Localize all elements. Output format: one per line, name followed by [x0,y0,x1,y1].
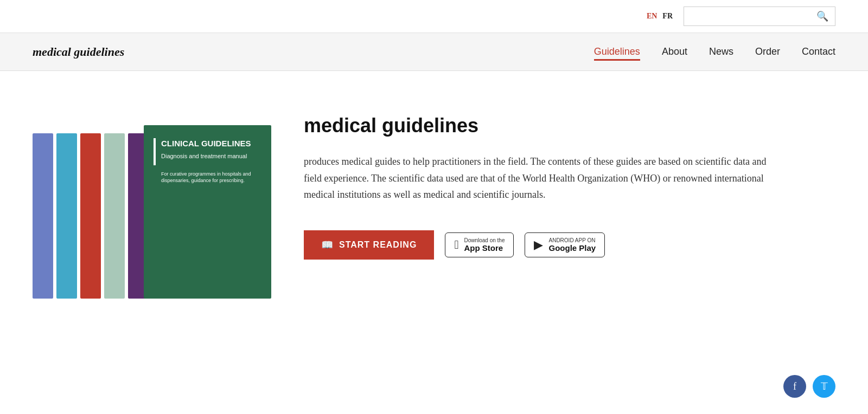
book-spine-3 [80,133,101,299]
apple-icon:  [454,238,458,252]
book-icon: 📖 [321,239,334,251]
book-cover-title: CLINICAL GUIDELINES [161,138,261,149]
nav-link-order[interactable]: Order [755,46,780,59]
appstore-small-label: Download on the [464,237,505,243]
start-reading-label: START READING [339,240,417,250]
main-description: produces medical guides to help practiti… [304,153,781,203]
search-input[interactable] [691,12,816,21]
book-spine-1 [33,133,53,299]
book-cover-bar [154,138,156,165]
googleplay-text: ANDROID APP ON Google Play [548,237,596,253]
nav-link-about[interactable]: About [662,46,687,59]
nav-item-contact[interactable]: Contact [802,46,835,57]
nav-item-about[interactable]: About [662,46,687,57]
cta-row: 📖 START READING  Download on the App St… [304,230,781,260]
site-logo: medical guidelines [33,45,594,59]
navigation-bar: medical guidelines Guidelines About News… [0,33,868,71]
google-play-icon: ▶ [534,238,543,252]
nav-link-guidelines[interactable]: Guidelines [594,46,640,61]
lang-en-button[interactable]: EN [647,12,657,21]
appstore-large-label: App Store [464,243,505,253]
nav-link-contact[interactable]: Contact [802,46,835,59]
book-cover: CLINICAL GUIDELINES Diagnosis and treatm… [144,125,271,299]
googleplay-small-label: ANDROID APP ON [548,237,596,243]
top-bar: EN FR 🔍 [0,0,868,33]
lang-fr-button[interactable]: FR [662,12,673,21]
search-box: 🔍 [684,7,835,26]
main-content: CLINICAL GUIDELINES Diagnosis and treatm… [0,71,814,331]
nav-item-news[interactable]: News [709,46,733,57]
appstore-text: Download on the App Store [464,237,505,253]
main-title: medical guidelines [304,114,781,137]
nav-links: Guidelines About News Order Contact [594,46,835,57]
start-reading-button[interactable]: 📖 START READING [304,230,434,260]
book-cover-subtitle: Diagnosis and treatment manual [161,152,261,160]
nav-item-order[interactable]: Order [755,46,780,57]
book-spine-4 [104,133,125,299]
googleplay-badge[interactable]: ▶ ANDROID APP ON Google Play [525,232,605,257]
appstore-badge[interactable]:  Download on the App Store [445,232,514,257]
book-stack: CLINICAL GUIDELINES Diagnosis and treatm… [33,104,271,299]
googleplay-large-label: Google Play [548,243,596,253]
language-switcher: EN FR [647,12,673,21]
book-spine-2 [56,133,77,299]
search-button[interactable]: 🔍 [816,10,828,22]
nav-link-news[interactable]: News [709,46,733,59]
nav-item-guidelines[interactable]: Guidelines [594,46,640,57]
book-cover-desc: For curative programmes in hospitals and… [161,171,261,184]
text-section: medical guidelines produces medical guid… [304,98,781,260]
